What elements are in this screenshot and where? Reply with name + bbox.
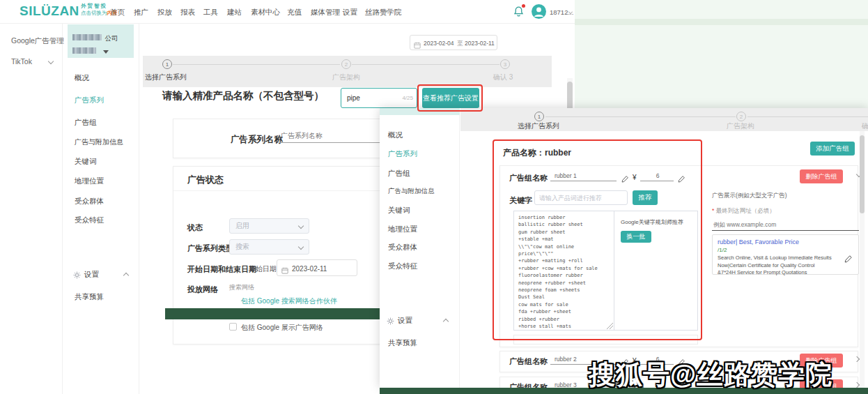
char-counter: 4/25 — [402, 95, 413, 101]
adgroup-name-input[interactable]: rubber 1 — [550, 172, 617, 181]
sidebar-item-campaigns[interactable]: 广告系列 — [75, 96, 104, 105]
overlay-sidebar-item-shared-budget[interactable]: 共享预算 — [388, 338, 417, 348]
bell-icon[interactable] — [513, 6, 525, 20]
overlay-window: 概况 广告系列 广告组 广告与附加信息 关键词 地理位置 受众群体 受众特征 设… — [380, 108, 868, 388]
step-2-circle: 2 — [341, 59, 351, 69]
calendar-icon — [414, 39, 421, 52]
step-connector — [352, 64, 499, 65]
select-chevron-icon — [298, 223, 304, 229]
nav-item-media[interactable]: 媒体管理 — [311, 8, 340, 17]
edit-pencil-icon[interactable] — [844, 253, 853, 266]
nav-item-materials[interactable]: 素材中心 — [251, 8, 280, 17]
overlay-step-2-circle: 2 — [736, 112, 746, 121]
sidebar-item-demographics[interactable]: 受众特征 — [75, 215, 104, 225]
nav-item-recharge[interactable]: 充值 — [287, 8, 302, 17]
step-connector — [545, 116, 736, 117]
account-header[interactable]: 公司 — [68, 24, 134, 58]
start-date-picker[interactable]: 2023-02-11 — [277, 259, 357, 276]
screenshot-canvas: SILÜZAN 外贸智投 点击切换为内营 首页 推广 投放 报表 工具 建站 素… — [0, 0, 868, 394]
nav-item-reports[interactable]: 报表 — [180, 8, 195, 17]
keyword-search-input[interactable] — [534, 190, 628, 205]
final-url-input[interactable] — [712, 218, 859, 231]
overlay-step-2-label: 广告架构 — [727, 121, 754, 131]
overlay-product-name: 产品名称：rubber — [503, 147, 571, 159]
sidebar-item-adgroups[interactable]: 广告组 — [75, 118, 97, 128]
select-chevron-icon — [298, 244, 304, 250]
product-name-input-wrap: 4/25 — [341, 88, 417, 108]
sidebar-item-shared-budget[interactable]: 共享预算 — [75, 292, 104, 302]
required-asterisk: * — [712, 207, 714, 214]
sidebar-item-locations[interactable]: 地理位置 — [75, 176, 104, 186]
account-name-masked: 公司 — [72, 31, 118, 43]
avatar[interactable] — [532, 4, 546, 19]
view-recommended-settings-button[interactable]: 查看推荐广告设置 — [422, 88, 479, 108]
date-start[interactable]: 2023-02-04 — [424, 40, 454, 47]
overlay-sidebar-item-overview[interactable]: 概况 — [388, 130, 403, 140]
sidebar-item-settings[interactable]: 设置 — [84, 270, 99, 280]
product-prompt: 请输入精准产品名称（不包含型号） — [162, 89, 324, 103]
nav-item-delivery[interactable]: 投放 — [157, 8, 172, 17]
rail-item-google-ads[interactable]: Google广告管理 — [11, 36, 64, 46]
sidebar-item-overview[interactable]: 概况 — [75, 73, 89, 83]
overlay-sidebar-item-keywords[interactable]: 关键词 — [388, 206, 410, 215]
green-divider-bar — [165, 308, 380, 319]
edit-pencil-icon[interactable] — [678, 173, 685, 185]
nav-item-tools[interactable]: 工具 — [203, 8, 218, 17]
ad-preview-card: rubber| Best, Favorable Price /1/2 Searc… — [712, 234, 859, 275]
status-select[interactable]: 启用 — [229, 218, 309, 234]
nav-item-sitebuild[interactable]: 建站 — [227, 8, 242, 17]
overlay-scrollbar-thumb[interactable] — [860, 135, 865, 213]
campaign-name-label: 广告系列名称 — [231, 134, 283, 146]
ad-preview-headline[interactable]: rubber| Best, Favorable Price — [718, 238, 858, 245]
edit-pencil-icon[interactable] — [621, 173, 629, 185]
nav-item-academy[interactable]: 丝路赞学院 — [365, 8, 402, 17]
overlay-sidebar-item-adgroups[interactable]: 广告组 — [388, 169, 410, 179]
final-url-label: * 最终到达网址（必填） — [712, 207, 775, 215]
nav-item-settings[interactable]: 设置 — [343, 8, 357, 17]
overlay-sidebar-item-demographics[interactable]: 受众特征 — [388, 262, 417, 271]
campaign-type-value: 搜索 — [235, 243, 249, 250]
start-date-value: 2023-02-11 — [292, 265, 327, 273]
overlay-sidebar-item-campaigns[interactable]: 广告系列 — [388, 149, 417, 159]
rail-item-tiktok[interactable]: TikTok — [11, 57, 32, 66]
overlay-sidebar-item-ads[interactable]: 广告与附加信息 — [388, 187, 435, 196]
add-adgroup-button[interactable]: 添加广告组 — [810, 142, 855, 156]
censored-text — [72, 34, 102, 40]
settings-collapse-chevron-icon[interactable] — [123, 273, 129, 278]
notification-dot — [522, 4, 525, 8]
display-network-checkbox[interactable] — [229, 323, 237, 331]
date-end[interactable]: 2023-02-11 — [465, 40, 495, 47]
keyword-recommend-button[interactable]: 推荐 — [633, 190, 658, 205]
product-name-input[interactable] — [343, 90, 396, 106]
account-selector[interactable] — [72, 44, 109, 56]
page-background — [575, 0, 868, 108]
campaign-type-select[interactable]: 搜索 — [229, 239, 309, 255]
sidebar-item-ads[interactable]: 广告与附加信息 — [75, 137, 123, 147]
network-label: 投放网络 — [187, 285, 218, 295]
brand-logo[interactable]: SILÜZAN — [20, 3, 79, 19]
adgroup-bid-input[interactable]: 6 — [640, 172, 674, 181]
tiktok-chevron-icon[interactable] — [48, 59, 54, 64]
account-sidebar: 公司 概况 广告系列 广告组 广告与附加信息 关键词 地理位置 受众群体 受众特… — [63, 24, 139, 394]
delete-adgroup-button-1[interactable]: 删除广告组 — [800, 169, 843, 183]
keywords-footer-strip — [513, 335, 698, 344]
gear-icon — [387, 315, 394, 328]
adgroup-name-label: 广告组名称 — [509, 356, 548, 367]
overlay-scrollbar[interactable] — [860, 131, 865, 388]
overlay-sidebar-item-locations[interactable]: 地理位置 — [388, 225, 417, 234]
resize-grip-icon[interactable] — [607, 323, 613, 329]
sidebar-item-keywords[interactable]: 关键词 — [75, 157, 97, 167]
overlay-sidebar-item-settings[interactable]: 设置 — [398, 316, 412, 326]
account-dropdown-caret-icon[interactable] — [103, 50, 109, 54]
top-navbar: SILÜZAN 外贸智投 点击切换为内营 首页 推广 投放 报表 工具 建站 素… — [0, 0, 575, 24]
overlay-account-header-sliver — [380, 108, 460, 115]
overlay-settings-collapse-chevron-icon[interactable] — [443, 319, 449, 324]
stepper: 1 2 3 选择广告系列 广告架构 确认 3 — [143, 56, 552, 87]
nav-item-home[interactable]: 首页 — [110, 8, 125, 17]
keywords-textarea[interactable]: insertion rubber ballistic rubber sheet … — [514, 211, 614, 330]
date-range-picker[interactable]: 2023-02-04 至 2023-02-11 — [410, 35, 497, 50]
change-batch-button[interactable]: 换一批 — [621, 231, 651, 243]
sidebar-item-audiences[interactable]: 受众群体 — [75, 197, 104, 206]
nav-item-promote[interactable]: 推广 — [134, 8, 148, 17]
overlay-sidebar-item-audiences[interactable]: 受众群体 — [388, 243, 417, 252]
